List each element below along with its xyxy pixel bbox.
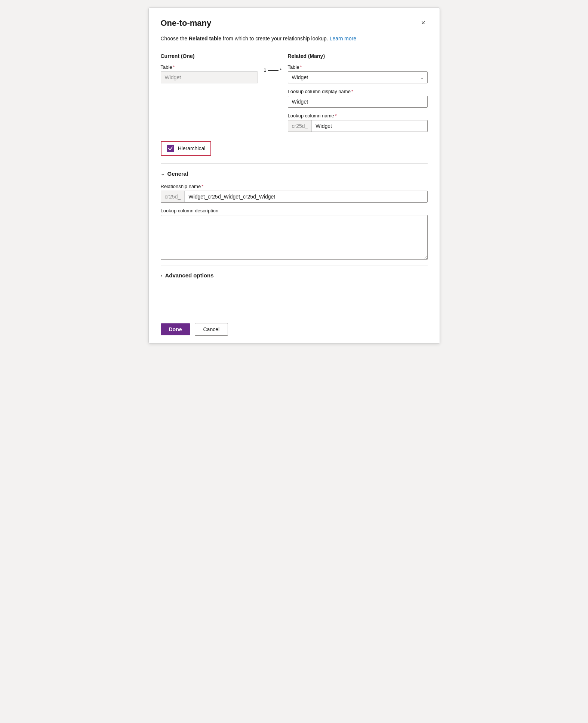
dialog-header: One-to-many × xyxy=(161,18,428,28)
general-toggle-label: General xyxy=(167,170,188,177)
lookup-description-row: Lookup column description xyxy=(161,208,428,261)
relationship-name-row: Relationship name* cr25d_ xyxy=(161,184,428,203)
done-button[interactable]: Done xyxy=(161,323,190,335)
section-divider-2 xyxy=(161,265,428,265)
related-table-label: Table* xyxy=(288,64,428,70)
related-heading: Related (Many) xyxy=(288,53,428,59)
related-column: Related (Many) Table* Widget ⌄ Lookup co… xyxy=(288,53,428,132)
description-after: from which to create your relationship l… xyxy=(221,36,328,41)
lookup-name-input[interactable] xyxy=(312,120,427,132)
current-heading: Current (One) xyxy=(161,53,258,59)
dialog: One-to-many × Choose the Related table f… xyxy=(148,7,440,344)
current-table-label: Table* xyxy=(161,64,258,70)
advanced-section: › Advanced options xyxy=(161,272,428,279)
description-text: Choose the Related table from which to c… xyxy=(161,35,428,43)
dialog-title: One-to-many xyxy=(161,18,212,28)
lookup-name-label: Lookup column name* xyxy=(288,113,428,119)
footer: Done Cancel xyxy=(149,316,440,343)
description-bold: Related table xyxy=(189,36,221,41)
footer-spacer xyxy=(161,286,428,316)
current-table-required-star: * xyxy=(173,64,175,70)
current-column: Current (One) Table* Widget xyxy=(161,53,258,83)
cancel-button[interactable]: Cancel xyxy=(195,323,228,336)
hierarchical-checkbox[interactable] xyxy=(167,145,174,152)
connector-left: 1 xyxy=(264,67,266,73)
related-table-select-wrapper: Widget ⌄ xyxy=(288,71,428,83)
related-table-select[interactable]: Widget xyxy=(288,71,428,83)
lookup-display-label: Lookup column display name* xyxy=(288,89,428,94)
connector-right: * xyxy=(280,67,282,73)
related-table-required-star: * xyxy=(300,64,302,70)
description-before: Choose the xyxy=(161,36,189,41)
hierarchical-section: Hierarchical xyxy=(161,141,428,156)
relationship-name-prefix: cr25d_ xyxy=(161,191,185,202)
relationship-name-required-star: * xyxy=(201,184,203,189)
lookup-description-textarea[interactable] xyxy=(161,215,428,260)
relationship-name-input-wrapper: cr25d_ xyxy=(161,191,428,203)
connector-dash xyxy=(268,70,278,71)
lookup-description-label: Lookup column description xyxy=(161,208,428,213)
lookup-display-required-star: * xyxy=(351,89,353,94)
lookup-name-input-wrapper: cr25d_ xyxy=(288,120,428,132)
columns-row: Current (One) Table* Widget 1 * Related … xyxy=(161,53,428,132)
lookup-display-input[interactable] xyxy=(288,96,428,108)
learn-more-link[interactable]: Learn more xyxy=(330,36,357,41)
lookup-name-prefix: cr25d_ xyxy=(288,120,312,132)
advanced-toggle[interactable]: › Advanced options xyxy=(161,272,428,279)
hierarchical-label[interactable]: Hierarchical xyxy=(178,145,206,151)
section-divider xyxy=(161,163,428,164)
current-table-value: Widget xyxy=(161,71,258,83)
relationship-name-label: Relationship name* xyxy=(161,184,428,189)
lookup-name-required-star: * xyxy=(335,113,337,119)
general-toggle[interactable]: ⌄ General xyxy=(161,170,428,177)
general-section: ⌄ General Relationship name* cr25d_ Look… xyxy=(161,170,428,261)
advanced-toggle-label: Advanced options xyxy=(165,272,214,279)
connector: 1 * xyxy=(258,67,288,73)
hierarchical-checkbox-row: Hierarchical xyxy=(161,141,212,156)
checkmark-icon xyxy=(168,146,173,151)
close-button[interactable]: × xyxy=(419,18,428,28)
relationship-name-input[interactable] xyxy=(185,191,427,202)
connector-line: 1 * xyxy=(264,67,281,73)
chevron-down-icon: ⌄ xyxy=(161,171,164,176)
chevron-right-icon: › xyxy=(161,273,162,278)
